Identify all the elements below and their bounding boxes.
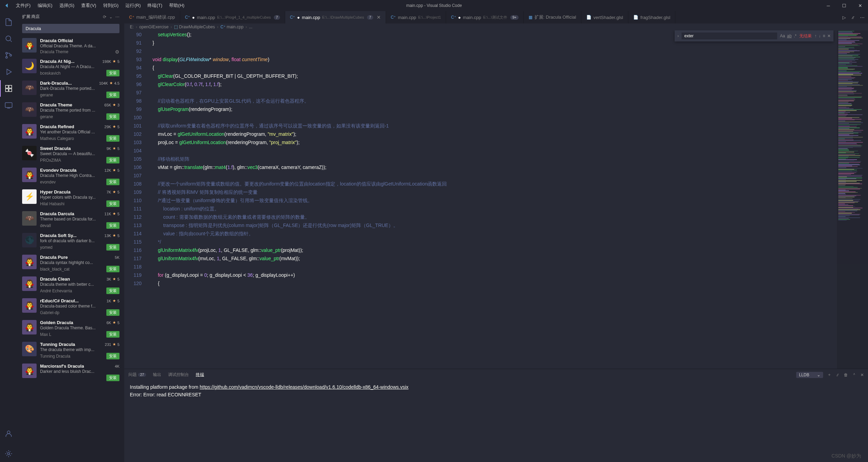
extension-item[interactable]: 🧛 Dracula Pure 5K Dracula syntax highlig… xyxy=(17,253,124,274)
extension-item[interactable]: 🦇 Dark-Dracula... 104K ★ 4.5 Dark-Dracul… xyxy=(17,78,124,100)
panel-tab[interactable]: 终端 xyxy=(196,370,204,379)
install-button[interactable]: 安装 xyxy=(106,92,119,98)
extension-item[interactable]: 🧛 Golden Dracula 6K ★ 5 Golden Dracula T… xyxy=(17,318,124,340)
close-panel-icon[interactable]: ✕ xyxy=(860,373,864,377)
extension-item[interactable]: 🌙 Dracula At Nig... 198K ★ 5 Dracula At … xyxy=(17,57,124,78)
extension-item[interactable]: 🧛 Marciorasf's Dracula 4K Darker and les… xyxy=(17,361,124,383)
run-file-icon[interactable]: ▷ xyxy=(842,15,846,20)
install-button[interactable]: 安装 xyxy=(106,331,119,338)
settings-nav-icon[interactable] xyxy=(0,445,17,462)
editor-tab[interactable]: 📄vertShader.glsl xyxy=(581,11,628,23)
install-button[interactable]: 安装 xyxy=(106,200,119,207)
maximize-panel-icon[interactable]: ＾ xyxy=(852,372,856,378)
match-case-icon[interactable]: Aa xyxy=(780,34,785,38)
match-word-icon[interactable]: ab xyxy=(787,34,792,38)
extension-item[interactable]: 🧛 rEduc/C# Dracul... 1K ★ 5 Dracula-base… xyxy=(17,296,124,318)
install-button[interactable]: 安装 xyxy=(106,244,119,251)
extension-author: Matheus Calegaro xyxy=(40,136,74,141)
menu-item[interactable]: 查看(V) xyxy=(78,1,99,9)
extension-item[interactable]: 🧛 Dracula Refined 29K ★ 5 Yet another Dr… xyxy=(17,122,124,144)
breadcrumb-segment[interactable]: openGlExercise xyxy=(139,25,168,29)
install-button[interactable]: 安装 xyxy=(106,309,119,316)
menu-item[interactable]: 转到(G) xyxy=(100,1,122,9)
install-button[interactable]: 安装 xyxy=(106,135,119,142)
panel-tab[interactable]: 问题27 xyxy=(128,370,146,379)
panel-tab[interactable]: 调试控制台 xyxy=(168,370,189,379)
install-button[interactable]: 安装 xyxy=(106,222,119,229)
filter-icon[interactable]: ⟳ xyxy=(103,15,106,19)
more-actions-icon[interactable]: ⋯ xyxy=(860,15,865,20)
explorer-icon[interactable] xyxy=(0,14,17,30)
editor-tab[interactable]: C⁺●main.cppE:\...\测试文件9+ xyxy=(446,11,523,23)
close-tab-icon[interactable]: ✕ xyxy=(377,15,381,20)
code-editor[interactable]: setupVertices(); } void display(GLFWwind… xyxy=(148,30,837,369)
extension-item[interactable]: ⚡ Hyper Dracula 7K ★ 5 Hyper colors with… xyxy=(17,187,124,209)
gear-icon[interactable]: ⚙ xyxy=(115,49,119,55)
menu-item[interactable]: 编辑(E) xyxy=(34,1,56,9)
clear-icon[interactable]: ⌄ xyxy=(109,15,113,19)
extension-item[interactable]: 🎨 Tunning Dracula 231 ★ 5 The dracula th… xyxy=(17,340,124,361)
extension-item[interactable]: 🌑 Dracula Soft Sy... 13K ★ 5 fork of dra… xyxy=(17,231,124,253)
find-expand-icon[interactable]: › xyxy=(677,34,679,38)
kill-terminal-icon[interactable]: 🗑 xyxy=(844,373,848,377)
install-button[interactable]: 安装 xyxy=(106,266,119,272)
extension-item[interactable]: 🧛 Evondev Dracula 12K ★ 5 Dracula Theme … xyxy=(17,166,124,187)
terminal-selector[interactable]: LLDB ⌄ xyxy=(796,372,823,378)
menu-item[interactable]: 终端(T) xyxy=(144,1,166,9)
panel-tab[interactable]: 输出 xyxy=(153,370,161,379)
extension-search-input[interactable]: Dracula xyxy=(22,24,119,33)
editor-tab[interactable]: ▦扩展: Dracula Official xyxy=(524,11,581,23)
extension-item[interactable]: 🍬 Sweet Dracula 9K ★ 5 Sweet Dracula — A… xyxy=(17,144,124,166)
minimap[interactable] xyxy=(837,30,868,369)
extension-item[interactable]: 🧛 Dracula Official Official Dracula Them… xyxy=(17,36,124,57)
install-button[interactable]: 安装 xyxy=(106,375,119,381)
breadcrumb-segment[interactable]: ⬚ DrawMultipleCubes xyxy=(174,25,215,29)
terminal-link[interactable]: https://github.com/vadimcn/vscode-lldb/r… xyxy=(200,384,408,390)
extension-item[interactable]: 🧛 Dracula Clean 3K ★ 5 Dracula theme wit… xyxy=(17,274,124,296)
install-button[interactable]: 安装 xyxy=(106,70,119,76)
editor-tab[interactable]: C⁺●main.cppE:\...\Prog4_1_4_multipleCube… xyxy=(180,11,285,23)
extension-description: Yet another Dracula Official ... xyxy=(40,130,119,134)
terminal-content[interactable]: Installing platform package from https:/… xyxy=(124,380,868,462)
find-input[interactable] xyxy=(682,32,777,39)
more-icon[interactable]: ⋯ xyxy=(115,15,119,19)
editor-tab[interactable]: C⁺●main.cppE:\...\DrawMultipleCubes7✕ xyxy=(285,11,386,23)
accounts-icon[interactable] xyxy=(0,425,17,442)
run-debug-icon[interactable] xyxy=(0,64,17,80)
install-button[interactable]: 安装 xyxy=(106,287,119,294)
breadcrumb-segment[interactable]: E: xyxy=(130,25,134,29)
find-in-selection-icon[interactable]: ≡ xyxy=(823,34,825,38)
search-nav-icon[interactable] xyxy=(0,30,17,47)
install-button[interactable]: 安装 xyxy=(106,179,119,185)
menu-item[interactable]: 运行(R) xyxy=(122,1,144,9)
editor-tab[interactable]: 📄fragShader.glsl xyxy=(628,11,676,23)
editor-tab[interactable]: C⁺main.cppE:\...\Project1 xyxy=(386,11,446,23)
breadcrumb-segment[interactable]: C⁺ main.cpp xyxy=(220,25,243,29)
extension-stats: 13K ★ 5 xyxy=(99,233,119,238)
menu-item[interactable]: 文件(F) xyxy=(12,1,34,9)
close-window-button[interactable]: ✕ xyxy=(852,0,868,11)
extensions-icon[interactable] xyxy=(0,80,17,97)
menu-item[interactable]: 选择(S) xyxy=(56,1,78,9)
extension-item[interactable]: 🦇 Dracula Theme 65K ★ 3 Dracula Theme po… xyxy=(17,100,124,122)
minimize-button[interactable]: ─ xyxy=(820,0,836,11)
extension-item[interactable]: 🦇 Dracula Darcula 11K ★ 5 Theme based on… xyxy=(17,209,124,231)
remote-icon[interactable] xyxy=(0,97,17,113)
prev-match-icon[interactable]: ↑ xyxy=(814,34,817,38)
split-terminal-icon[interactable]: ⫽ xyxy=(836,373,840,377)
breadcrumb-segment[interactable]: ... xyxy=(249,25,252,29)
split-editor-icon[interactable]: ⫽ xyxy=(851,15,855,20)
source-control-icon[interactable] xyxy=(0,47,17,64)
install-button[interactable]: 安装 xyxy=(106,353,119,359)
install-button[interactable]: 安装 xyxy=(106,157,119,163)
close-find-icon[interactable]: ✕ xyxy=(827,34,831,38)
new-terminal-icon[interactable]: ＋ xyxy=(827,372,831,378)
svg-rect-7 xyxy=(9,89,12,92)
install-button[interactable]: 安装 xyxy=(106,113,119,120)
regex-icon[interactable]: .* xyxy=(794,34,797,38)
maximize-button[interactable]: ☐ xyxy=(836,0,852,11)
breadcrumb[interactable]: E:›openGlExercise›⬚ DrawMultipleCubes›C⁺… xyxy=(124,23,868,30)
next-match-icon[interactable]: ↓ xyxy=(819,34,821,38)
editor-tab[interactable]: C⁺main_编码错误.cpp xyxy=(124,11,180,23)
menu-item[interactable]: 帮助(H) xyxy=(166,1,188,9)
